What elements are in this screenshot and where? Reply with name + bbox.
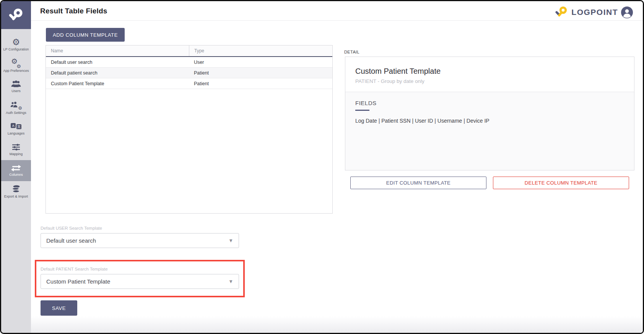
logpoint-mark-icon [8,7,24,23]
sidebar-item-label: LP Configuration [3,47,29,51]
templates-table: Name Type Default user search User Defau… [46,45,333,214]
page-title: Result Table Fields [40,7,107,15]
column-header-name[interactable]: Name [46,45,189,56]
gear-icon: ⚙ [12,38,20,46]
sidebar: ⚙ LP Configuration ⚙⚙ App Preferences Us… [1,1,31,333]
sidebar-item-lp-configuration[interactable]: ⚙ LP Configuration [1,34,31,55]
sidebar-item-columns[interactable]: Columns [1,160,31,181]
cell-name: Default patient search [46,68,189,78]
sidebar-nav: ⚙ LP Configuration ⚙⚙ App Preferences Us… [1,34,31,202]
user-template-dropdown[interactable]: Default user search ▼ [41,233,239,248]
cell-type: Patient [189,78,332,89]
sliders-icon [11,143,21,151]
top-bar: Result Table Fields LOGPOINT [31,1,643,21]
sidebar-item-export-import[interactable]: Export & Import [1,181,31,202]
detail-actions: EDIT COLUMN TEMPLATE DELETE COLUMN TEMPL… [345,177,634,189]
add-column-template-button[interactable]: ADD COLUMN TEMPLATE [46,28,125,42]
detail-section-label: DETAIL [344,50,359,54]
translate-icon: A 文 [11,122,21,130]
sidebar-item-label: Auth Settings [6,111,26,115]
sidebar-item-label: App Preferences [3,69,29,73]
patient-template-dropdown[interactable]: Custom Patient Template ▼ [41,274,239,289]
sidebar-item-label: Export & Import [4,195,28,198]
fields-list: Log Date | Patient SSN | User ID | Usern… [355,118,624,124]
logpoint-logo-tile [1,1,31,29]
sidebar-item-mapping[interactable]: Mapping [1,139,31,160]
sidebar-item-app-preferences[interactable]: ⚙⚙ App Preferences [1,55,31,76]
table-header-row: Name Type [46,45,332,57]
fields-heading: FIELDS [355,100,624,106]
sidebar-item-users[interactable]: Users [1,76,31,97]
chevron-down-icon: ▼ [228,279,233,284]
sidebar-item-label: Languages [8,131,25,135]
database-icon [11,185,21,193]
column-header-type[interactable]: Type [189,45,332,56]
cell-name: Default user search [46,57,189,67]
table-row[interactable]: Custom Patient Template Patient [46,78,332,89]
patient-template-label: Default PATIENT Search Template [41,267,108,271]
detail-title: Custom Patient Template [355,67,624,76]
cell-type: User [189,57,332,67]
chevron-down-icon: ▼ [228,238,233,243]
brand-wordmark: LOGPOINT [571,8,618,17]
delete-column-template-button[interactable]: DELETE COLUMN TEMPLATE [493,177,629,189]
fields-heading-underline [355,110,369,111]
table-row[interactable]: Default user search User [46,57,332,68]
user-template-label: Default USER Search Template [41,226,102,230]
detail-card-header: Custom Patient Template PATIENT - Group … [345,57,634,92]
users-gear-icon: ⚙ [10,101,22,110]
main-area: Result Table Fields LOGPOINT ADD COLUMN … [31,1,643,333]
swap-arrows-icon [11,165,21,172]
gears-icon: ⚙⚙ [11,58,21,68]
save-button[interactable]: SAVE [41,300,77,316]
logpoint-mark-icon [555,5,568,19]
sidebar-item-label: Mapping [10,152,23,156]
sidebar-item-label: Columns [9,173,23,177]
sidebar-item-languages[interactable]: A 文 Languages [1,118,31,139]
brand-cluster: LOGPOINT [555,5,633,19]
sidebar-item-label: Users [11,89,21,93]
table-row[interactable]: Default patient search Patient [46,68,332,78]
detail-card: Custom Patient Template PATIENT - Group … [345,57,634,170]
users-icon [11,80,21,88]
edit-column-template-button[interactable]: EDIT COLUMN TEMPLATE [350,177,486,189]
cell-name: Custom Patient Template [46,78,189,89]
dropdown-value: Default user search [46,237,96,244]
sidebar-item-auth-settings[interactable]: ⚙ Auth Settings [1,97,31,118]
user-avatar-icon[interactable] [621,6,633,18]
cell-type: Patient [189,68,332,78]
detail-card-body: FIELDS Log Date | Patient SSN | User ID … [345,92,634,131]
detail-subtitle: PATIENT - Group by date only [355,78,624,84]
bottom-fade [31,316,643,333]
dropdown-value: Custom Patient Template [46,278,110,285]
app-window: ⚙ LP Configuration ⚙⚙ App Preferences Us… [0,0,644,334]
